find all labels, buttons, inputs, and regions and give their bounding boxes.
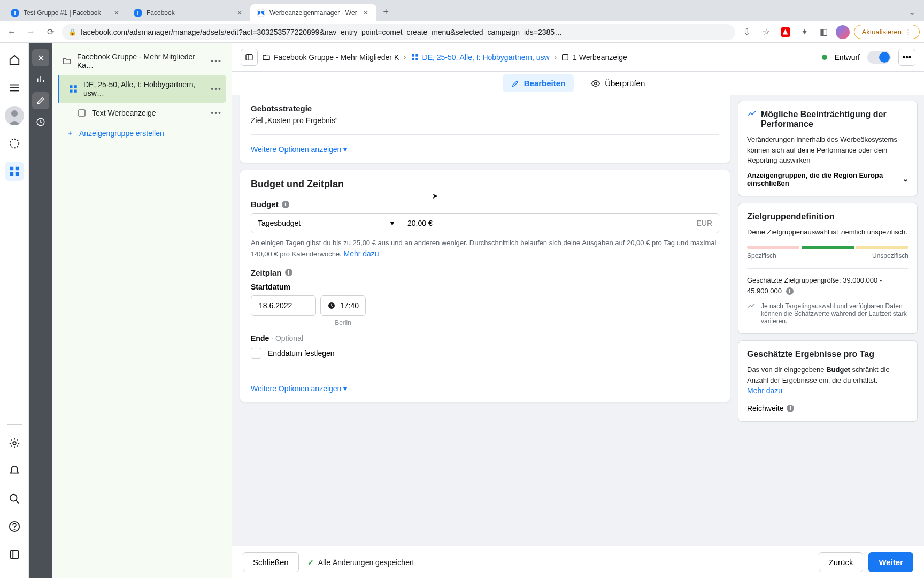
menu-icon[interactable] [5, 78, 24, 97]
chevron-right-icon: › [403, 52, 406, 62]
forward-button: → [24, 25, 38, 40]
extensions-icon[interactable]: ✦ [797, 25, 812, 40]
meter-label-left: Spezifisch [747, 252, 776, 260]
form-scroll-area[interactable]: Gebotsstrategie Ziel „Kosten pro Ergebni… [232, 95, 738, 546]
card-title: Zielgruppendefinition [747, 212, 835, 222]
show-more-link[interactable]: Weitere Optionen anzeigen ▾ [251, 145, 347, 154]
audience-note: Je nach Targetingauswahl und verfügbaren… [761, 302, 908, 325]
svg-rect-29 [412, 58, 414, 60]
dashboard-icon[interactable] [5, 134, 24, 153]
bidding-card: Gebotsstrategie Ziel „Kosten pro Ergebni… [240, 95, 730, 163]
star-icon[interactable]: ☆ [759, 25, 774, 40]
breadcrumb-campaign[interactable]: Facebook Gruppe - Mehr Mitglieder K [262, 53, 399, 62]
next-button[interactable]: Weiter [868, 552, 913, 572]
status-toggle[interactable] [867, 51, 891, 64]
adblock-icon[interactable] [778, 25, 793, 40]
svg-rect-25 [246, 54, 252, 60]
helper-text: An einigen Tagen gibst du bis zu 25,00 €… [251, 239, 716, 258]
info-icon[interactable]: i [282, 201, 289, 208]
new-tab-button[interactable]: + [379, 4, 394, 19]
svg-line-11 [16, 500, 19, 504]
saved-indicator: ✓ Alle Änderungen gespeichert [307, 558, 414, 567]
history-icon[interactable] [32, 113, 49, 131]
show-more-link-2[interactable]: Weitere Optionen anzeigen ▾ [251, 384, 347, 393]
close-icon[interactable]: ✕ [235, 9, 244, 17]
ads-table-icon[interactable] [5, 162, 24, 181]
start-date-input[interactable]: 18.6.2022 [251, 295, 316, 316]
app-root: ✕ Facebook Gruppe - Mehr Mitglieder Ka… … [0, 43, 924, 578]
account-avatar[interactable] [5, 106, 24, 125]
status-dot [822, 55, 827, 60]
budget-type-select[interactable]: Tagesbudget ▾ [251, 214, 401, 233]
info-icon[interactable]: i [786, 287, 794, 295]
more-icon[interactable]: ••• [211, 109, 222, 117]
info-icon[interactable]: i [285, 269, 292, 276]
browser-tab-active[interactable]: Werbeanzeigenmanager - Wer ✕ [250, 4, 376, 21]
accordion-toggle[interactable]: Anzeigengruppen, die die Region Europa e… [747, 166, 908, 187]
accordion-label: Anzeigengruppen, die die Region Europa e… [747, 171, 903, 187]
create-adset-link[interactable]: ＋ Anzeigengruppe erstellen [58, 123, 226, 143]
close-button[interactable]: Schließen [243, 552, 299, 572]
back-button[interactable]: Zurück [819, 552, 864, 572]
tree-campaign[interactable]: Facebook Gruppe - Mehr Mitglieder Ka… ••… [58, 47, 226, 75]
breadcrumb-ad[interactable]: 1 Werbeanzeige [561, 53, 627, 62]
close-editor-button[interactable]: ✕ [32, 49, 49, 66]
more-menu-button[interactable]: ••• [898, 49, 915, 66]
main-panel: Facebook Gruppe - Mehr Mitglieder K › DE… [232, 43, 924, 578]
home-icon[interactable] [5, 50, 24, 70]
help-icon[interactable] [5, 517, 24, 536]
learn-more-link[interactable]: Mehr dazu [343, 248, 379, 260]
svg-point-13 [14, 529, 14, 530]
breadcrumb-label: 1 Werbeanzeige [573, 53, 627, 62]
bidding-value: Ziel „Kosten pro Ergebnis“ [251, 116, 719, 125]
tab-title: Werbeanzeigenmanager - Wer [270, 9, 357, 17]
chart-icon[interactable] [32, 71, 49, 88]
install-icon[interactable]: ⇩ [740, 25, 754, 40]
close-icon[interactable]: ✕ [112, 9, 121, 17]
tab-list-dropdown[interactable]: ⌄ [908, 7, 915, 17]
back-button[interactable]: ← [4, 25, 19, 40]
tab-review[interactable]: Überprüfen [582, 74, 653, 93]
reload-button[interactable]: ⟳ [43, 25, 58, 40]
notifications-icon[interactable] [5, 461, 24, 481]
update-button[interactable]: Aktualisieren ⋮ [854, 25, 920, 39]
sidepanel-icon[interactable]: ◧ [817, 25, 831, 40]
profile-avatar[interactable] [836, 25, 850, 39]
tab-label: Überprüfen [605, 79, 645, 88]
tab-edit[interactable]: Bearbeiten [503, 74, 574, 92]
browser-tab[interactable]: f Test Gruppe #1 | Facebook ✕ [4, 4, 127, 21]
footer-bar: Schließen ✓ Alle Änderungen gespeichert … [232, 546, 924, 578]
svg-rect-5 [10, 167, 13, 170]
optional-label: Optional [275, 334, 303, 343]
audience-meter [747, 246, 908, 249]
button-label: Schließen [253, 558, 289, 567]
address-bar[interactable]: 🔒 facebook.com/adsmanager/manage/adsets/… [62, 24, 735, 40]
report-bug-icon[interactable] [5, 545, 24, 564]
breadcrumb-adset[interactable]: DE, 25-50, Alle, I: Hobbygärtnern, usw [411, 53, 550, 62]
svg-rect-22 [70, 90, 72, 93]
svg-point-3 [11, 110, 18, 117]
learn-more-link[interactable]: Mehr dazu [747, 385, 782, 397]
settings-icon[interactable] [5, 434, 24, 453]
date-value: 18.6.2022 [259, 301, 292, 310]
budget-label: Budget [251, 200, 279, 209]
tab-label: Bearbeiten [524, 79, 566, 88]
more-icon[interactable]: ••• [211, 57, 222, 65]
saved-label: Alle Änderungen gespeichert [318, 558, 414, 567]
panel-toggle-button[interactable] [241, 49, 258, 66]
more-icon[interactable]: ••• [211, 85, 222, 93]
search-icon[interactable] [5, 489, 24, 508]
trend-icon [747, 302, 756, 311]
tree-adset-selected[interactable]: DE, 25-50, Alle, I: Hobbygärtnern, usw… … [58, 75, 226, 103]
edit-icon[interactable] [32, 92, 49, 109]
button-label: Weiter [879, 558, 903, 567]
budget-amount-input[interactable]: 20,00 € EUR [401, 214, 719, 233]
close-icon[interactable]: ✕ [361, 9, 370, 17]
browser-tab[interactable]: f Facebook ✕ [127, 4, 250, 21]
end-date-checkbox[interactable] [251, 348, 261, 359]
start-time-input[interactable]: 17:40 [320, 295, 366, 316]
section-title: Budget und Zeitplan [251, 179, 719, 190]
info-icon[interactable]: i [787, 405, 794, 412]
update-label: Aktualisieren [862, 28, 902, 36]
tree-ad[interactable]: Text Werbeanzeige ••• [58, 103, 226, 123]
